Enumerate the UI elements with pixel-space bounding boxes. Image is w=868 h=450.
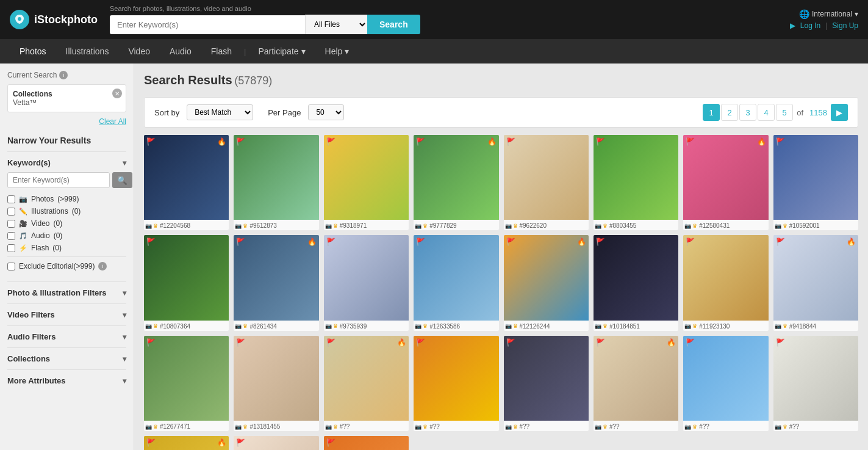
current-search-label: Current Search i — [7, 71, 126, 79]
results-content: Search Results (57879) Sort by Best Matc… — [134, 64, 868, 450]
flash-checkbox[interactable] — [7, 244, 15, 252]
image-tile[interactable]: 🚩📷♛#13181455 — [234, 336, 318, 431]
tile-type-icons: 📷♛ — [595, 424, 608, 430]
tile-info: 📷♛#12633586 — [414, 321, 498, 331]
keyword-search-button[interactable]: 🔍 — [112, 172, 132, 188]
tile-overlay: 🚩 — [773, 135, 858, 148]
page-1[interactable]: 1 — [703, 104, 720, 121]
bookmark-icon: 🚩 — [236, 438, 245, 447]
camera-tile-icon: 📷 — [775, 223, 781, 229]
nav-item-video[interactable]: Video — [118, 39, 160, 64]
camera-tile-icon: 📷 — [505, 424, 512, 430]
bookmark-icon: 🚩 — [776, 137, 785, 146]
nav-item-illustrations[interactable]: Illustrations — [56, 39, 119, 64]
image-tile[interactable]: 🚩📷♛#10592001 — [773, 135, 858, 230]
image-tile[interactable]: 🚩🔥📷♛#12204568 — [144, 135, 229, 230]
page-3[interactable]: 3 — [739, 104, 756, 121]
image-tile[interactable]: 🚩🔥📷♛#8261434 — [234, 235, 318, 330]
video-checkbox[interactable] — [7, 220, 15, 228]
audio-checkbox[interactable] — [7, 232, 15, 240]
nav-participate-dropdown[interactable]: Participate ▾ — [248, 39, 315, 64]
collections-filter-title[interactable]: Collections ▾ — [7, 354, 126, 363]
image-tile[interactable]: 🚩🔥📷♛#?? — [594, 336, 678, 431]
info-icon[interactable]: i — [59, 71, 68, 79]
file-type-photos: 📷 Photos (>999) — [7, 193, 126, 205]
fire-icon: 🔥 — [487, 137, 497, 146]
login-link[interactable]: Log In — [800, 21, 820, 30]
image-tile[interactable]: 🚩📷♛#11923130 — [683, 235, 768, 330]
nav-help-dropdown[interactable]: Help ▾ — [315, 39, 359, 64]
signup-link[interactable]: Sign Up — [832, 21, 858, 30]
image-tile[interactable]: 🚩📷♛#?? — [683, 336, 768, 431]
exclude-editorial-checkbox[interactable] — [7, 263, 15, 270]
globe-icon: 🌐 — [799, 9, 809, 19]
camera-tile-icon: 📷 — [595, 424, 601, 430]
image-tile[interactable]: 🚩📷♛#12633586 — [414, 235, 498, 330]
audio-filters-title[interactable]: Audio Filters ▾ — [7, 332, 126, 341]
tile-id-row: 📷♛#9318971 — [325, 222, 407, 229]
keyword-input[interactable] — [7, 172, 110, 188]
image-tile[interactable]: 🚩📷♛#10807364 — [144, 235, 229, 330]
image-tile[interactable]: 🚩🔥📷♛#?? — [144, 436, 229, 450]
image-tile[interactable]: 🚩🔥📷♛#12580431 — [683, 135, 768, 230]
image-tile[interactable]: 🚩📷♛#?? — [504, 336, 589, 431]
image-tile[interactable]: 🚩🔥📷♛#?? — [324, 336, 409, 431]
tile-id-row: 📷♛#?? — [775, 423, 857, 430]
help-label: Help — [325, 46, 343, 56]
sort-select[interactable]: Best Match Most Popular Newest Oldest — [187, 104, 253, 120]
file-type-select[interactable]: All Files Photos Illustrations Video Aud… — [305, 15, 367, 34]
tile-overlay: 🚩 — [773, 336, 858, 349]
image-tile[interactable]: 🚩📷♛#9612873 — [234, 135, 318, 230]
next-page-button[interactable]: ▶ — [831, 104, 848, 121]
page-4[interactable]: 4 — [758, 104, 775, 121]
photos-checkbox[interactable] — [7, 195, 15, 203]
image-tile[interactable]: 🚩🔥📷♛#9777829 — [414, 135, 498, 230]
page-total[interactable]: 1158 — [807, 108, 830, 117]
illustrations-checkbox[interactable] — [7, 208, 15, 216]
image-tile[interactable]: 🚩🔥📷♛#12126244 — [504, 235, 589, 330]
page-5[interactable]: 5 — [776, 104, 793, 121]
page-2[interactable]: 2 — [721, 104, 738, 121]
image-tile[interactable]: 🚩📷♛#?? — [414, 336, 498, 431]
video-filters-title[interactable]: Video Filters ▾ — [7, 310, 126, 319]
camera-tile-icon: 📷 — [775, 424, 781, 430]
nav-item-photos[interactable]: Photos — [10, 39, 56, 64]
crown-icon: ♛ — [783, 424, 787, 430]
image-grid: 🚩🔥📷♛#12204568🚩📷♛#9612873🚩📷♛#9318971🚩🔥📷♛#… — [144, 135, 858, 450]
image-tile[interactable]: 🚩📷♛#9622620 — [504, 135, 589, 230]
more-attributes-title[interactable]: More Attributes ▾ — [7, 376, 126, 385]
image-tile[interactable]: 🚩📷♛#?? — [234, 436, 318, 450]
editorial-info-icon[interactable]: i — [98, 262, 107, 270]
image-tile[interactable]: 🚩📷♛#8803455 — [594, 135, 678, 230]
nav-item-flash[interactable]: Flash — [201, 39, 242, 64]
tile-id-row: 📷♛#12204568 — [145, 222, 228, 229]
image-tile[interactable]: 🚩📷♛#12677471 — [144, 336, 229, 431]
crown-icon: ♛ — [153, 323, 158, 329]
header: iStockphoto Search for photos, illustrat… — [0, 0, 868, 39]
bookmark-icon: 🚩 — [686, 137, 695, 146]
bookmark-icon: 🚩 — [326, 137, 335, 146]
image-id: #9318971 — [340, 222, 367, 229]
video-count: (0) — [53, 219, 62, 228]
remove-tag-button[interactable]: ✕ — [112, 89, 122, 98]
image-tile[interactable]: 🚩🔥📷♛#9418844 — [773, 235, 858, 330]
search-button[interactable]: Search — [367, 15, 420, 34]
photo-illustration-title[interactable]: Photo & Illustration Filters ▾ — [7, 288, 126, 297]
tile-overlay: 🚩 — [324, 235, 409, 249]
nav-item-audio[interactable]: Audio — [160, 39, 201, 64]
image-tile[interactable]: 🚩📷♛#?? — [324, 436, 409, 450]
image-tile[interactable]: 🚩📷♛#9735939 — [324, 235, 409, 330]
search-input[interactable] — [110, 15, 305, 34]
per-page-select[interactable]: 25 50 100 — [308, 104, 344, 120]
keyword-filter-title[interactable]: Keyword(s) ▾ — [7, 158, 126, 167]
image-tile[interactable]: 🚩📷♛#?? — [773, 336, 858, 431]
image-tile[interactable]: 🚩📷♛#9318971 — [324, 135, 409, 230]
current-search-text: Current Search — [7, 71, 57, 79]
image-tile[interactable]: 🚩📷♛#10184851 — [594, 235, 678, 330]
camera-tile-icon: 📷 — [505, 323, 512, 329]
main-layout: Current Search i Collections Vetta™ ✕ Cl… — [0, 64, 868, 450]
international-selector[interactable]: 🌐 International ▾ — [799, 9, 858, 19]
tile-overlay: 🚩🔥 — [594, 336, 678, 349]
clear-all-button[interactable]: Clear All — [7, 117, 126, 126]
fire-icon: 🔥 — [217, 137, 226, 146]
